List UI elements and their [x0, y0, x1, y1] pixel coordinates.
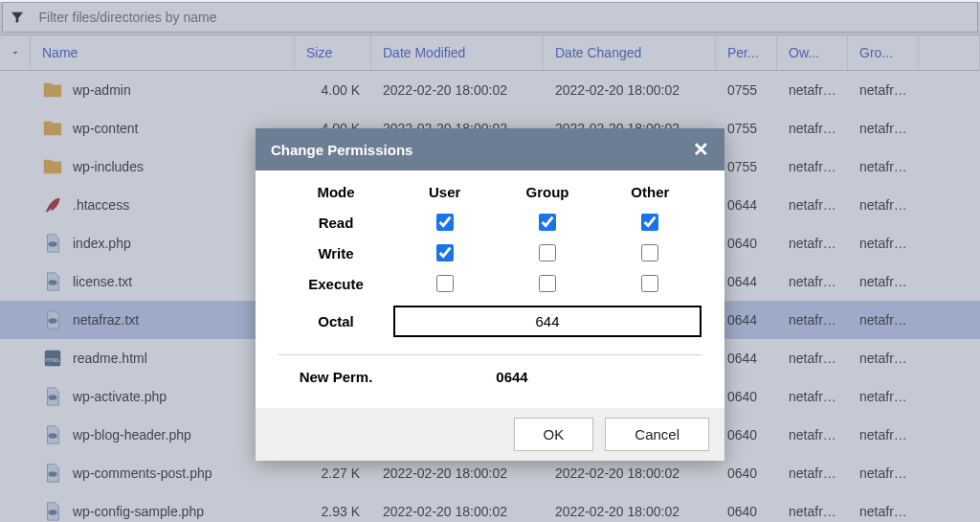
checkbox-other-execute[interactable] — [641, 275, 658, 292]
perm-header-user: User — [429, 184, 460, 200]
change-permissions-dialog: Change Permissions ✕ Mode User Group Oth… — [256, 128, 724, 461]
checkbox-group-read[interactable] — [539, 214, 556, 231]
perm-header-other: Other — [631, 184, 669, 200]
perm-row-write: Write — [318, 245, 353, 261]
octal-input[interactable] — [393, 306, 702, 337]
perm-header-mode: Mode — [317, 184, 354, 200]
divider — [278, 354, 702, 355]
checkbox-group-write[interactable] — [539, 244, 556, 261]
checkbox-user-execute[interactable] — [436, 275, 454, 292]
perm-header-group: Group — [525, 184, 568, 200]
cancel-button[interactable]: Cancel — [605, 418, 709, 451]
octal-label: Octal — [278, 313, 393, 329]
checkbox-other-write[interactable] — [641, 244, 658, 261]
checkbox-other-read[interactable] — [641, 214, 658, 231]
dialog-title: Change Permissions — [271, 142, 412, 158]
perm-row-read: Read — [319, 215, 354, 231]
checkbox-user-write[interactable] — [436, 244, 454, 261]
modal-overlay: Change Permissions ✕ Mode User Group Oth… — [0, 2, 980, 522]
checkbox-group-execute[interactable] — [539, 275, 556, 292]
perm-row-execute: Execute — [308, 276, 364, 292]
new-perm-value: 0644 — [496, 369, 598, 385]
ok-button[interactable]: OK — [514, 418, 594, 451]
close-icon[interactable]: ✕ — [693, 140, 709, 159]
new-perm-label: New Perm. — [278, 369, 393, 385]
checkbox-user-read[interactable] — [436, 214, 454, 231]
